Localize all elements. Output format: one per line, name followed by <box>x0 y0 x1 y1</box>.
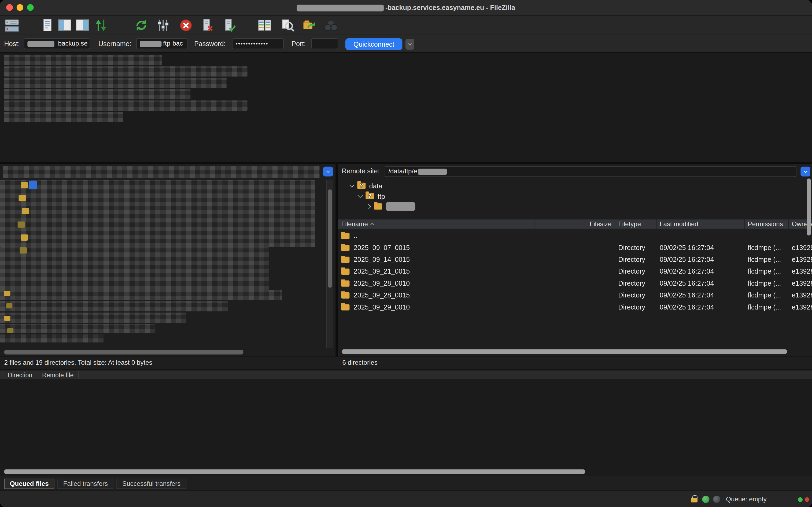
chevron-right-icon[interactable] <box>366 204 371 209</box>
file-row-parent[interactable]: .. <box>338 230 812 241</box>
queue-header: Direction Remote file <box>0 371 812 380</box>
queue-status-text: Queue: empty <box>726 496 767 503</box>
redacted-local-listing <box>0 324 155 333</box>
file-row[interactable]: 2025_09_14_0015 Directory 09/02/25 16:27… <box>338 253 812 265</box>
folder-icon <box>341 257 350 263</box>
refresh-icon[interactable] <box>134 18 149 33</box>
redacted-local-listing <box>0 334 103 342</box>
host-label: Host: <box>4 40 20 48</box>
directory-comparison-icon[interactable] <box>257 18 272 33</box>
file-row[interactable]: 2025_09_28_0015 Directory 09/02/25 16:27… <box>338 289 812 301</box>
column-header-filename[interactable]: Filename <box>338 220 535 229</box>
redacted-log-line <box>4 101 248 111</box>
remote-site-input[interactable]: /data/ftp/e <box>385 166 797 177</box>
site-manager-icon[interactable] <box>4 18 19 33</box>
filezilla-window: -backup.services.easyname.eu - FileZilla <box>0 0 812 507</box>
remote-site-label: Remote site: <box>342 167 379 175</box>
file-row[interactable]: 2025_09_07_0015 Directory 09/02/25 16:27… <box>338 242 812 253</box>
tab-failed-transfers[interactable]: Failed transfers <box>57 478 113 489</box>
folder-icon <box>341 292 350 298</box>
remote-pane: Remote site: /data/ftp/e ? data ? ftp Fi… <box>338 164 812 356</box>
local-horizontal-scrollbar[interactable] <box>4 350 243 354</box>
divider <box>0 162 812 164</box>
queue-column-direction[interactable]: Direction <box>3 371 38 380</box>
toggle-message-log-icon[interactable] <box>39 18 55 33</box>
cancel-icon[interactable] <box>178 18 194 33</box>
redacted-local-site-path <box>3 166 320 178</box>
port-input[interactable] <box>311 38 338 49</box>
folder-icon <box>19 195 26 201</box>
tree-item-ftp[interactable]: ? ftp <box>358 191 385 201</box>
tree-item-label: data <box>369 182 383 190</box>
redacted-username-prefix <box>140 41 161 47</box>
toggle-remote-tree-icon[interactable] <box>74 18 90 33</box>
redacted-local-listing <box>0 247 269 290</box>
column-header-last-modified[interactable]: Last modified <box>657 220 745 229</box>
minimize-window-button[interactable] <box>17 4 23 11</box>
zoom-window-button[interactable] <box>27 4 34 11</box>
tree-item-data[interactable]: ? data <box>350 181 382 190</box>
chevron-down-icon <box>326 169 330 173</box>
pane-status-strip: 2 files and 19 directories. Total size: … <box>0 356 812 369</box>
synchronized-browsing-icon[interactable] <box>301 18 317 33</box>
password-input[interactable]: ••••••••••••• <box>232 38 284 49</box>
close-window-button[interactable] <box>6 4 13 11</box>
remote-site-dropdown-button[interactable] <box>801 167 810 177</box>
redacted-selected-item <box>29 181 37 189</box>
redacted-path-suffix <box>418 169 447 175</box>
globe-icon[interactable] <box>713 496 720 503</box>
file-row[interactable]: 2025_09_28_0010 Directory 09/02/25 16:27… <box>338 277 812 289</box>
encryption-lock-icon[interactable] <box>691 498 698 502</box>
redacted-log-line <box>4 112 123 122</box>
quickconnect-bar: Host: -backup.se Username: ftp-bac Passw… <box>0 35 812 53</box>
tree-item-label: ftp <box>377 192 385 200</box>
remote-vertical-scrollbar[interactable] <box>807 178 811 235</box>
activity-indicator-send <box>805 497 809 502</box>
folder-icon <box>21 234 28 241</box>
window-title: -backup.services.easyname.eu - FileZilla <box>0 3 812 11</box>
chevron-down-icon <box>408 42 412 45</box>
redacted-host-prefix <box>28 41 54 47</box>
file-row[interactable]: 2025_09_29_0010 Directory 09/02/25 16:27… <box>338 301 812 313</box>
reconnect-icon[interactable] <box>221 18 237 33</box>
queue-horizontal-scrollbar[interactable] <box>4 469 585 474</box>
folder-icon <box>341 280 350 286</box>
folder-icon <box>341 268 350 274</box>
remote-horizontal-scrollbar[interactable] <box>342 349 787 354</box>
folder-icon <box>4 291 10 296</box>
chevron-down-icon[interactable] <box>357 193 363 198</box>
folder-question-icon: ? <box>357 183 365 189</box>
file-list-header: Filename Filesize Filetype Last modified… <box>338 220 812 229</box>
folder-icon <box>6 303 12 308</box>
tab-queued-files[interactable]: Queued files <box>4 478 54 489</box>
transfer-queue-pane: Direction Remote file <box>0 369 812 476</box>
quickconnect-dropdown-button[interactable] <box>405 39 414 50</box>
pane-divider[interactable] <box>336 164 338 356</box>
local-pane <box>0 164 336 356</box>
scrollbar-thumb[interactable] <box>328 189 332 288</box>
quickconnect-button[interactable]: Quickconnect <box>345 38 402 50</box>
disconnect-icon[interactable] <box>200 18 215 33</box>
column-header-permissions[interactable]: Permissions <box>745 220 789 229</box>
filter-icon[interactable] <box>155 18 171 33</box>
local-vertical-scrollbar[interactable] <box>326 180 333 348</box>
sync-status-icon[interactable] <box>702 496 709 503</box>
chevron-down-icon[interactable] <box>349 182 355 187</box>
queue-column-remote-file[interactable]: Remote file <box>38 371 79 380</box>
local-site-dropdown-button[interactable] <box>323 167 333 177</box>
column-header-filetype[interactable]: Filetype <box>615 220 656 229</box>
sort-ascending-icon <box>370 223 374 227</box>
toggle-local-tree-icon[interactable] <box>57 18 72 33</box>
statusbar: Queue: empty <box>0 491 812 507</box>
find-files-icon[interactable] <box>323 18 339 33</box>
local-status-text: 2 files and 19 directories. Total size: … <box>4 359 152 366</box>
host-input[interactable]: -backup.se <box>24 38 90 49</box>
toggle-queue-icon[interactable] <box>93 18 109 33</box>
directory-filters-icon[interactable] <box>280 18 295 33</box>
column-header-filesize[interactable]: Filesize <box>535 220 615 229</box>
file-row[interactable]: 2025_09_21_0015 Directory 09/02/25 16:27… <box>338 266 812 277</box>
tab-successful-transfers[interactable]: Successful transfers <box>117 478 186 489</box>
tree-item-selected[interactable] <box>367 202 415 211</box>
username-input[interactable]: ftp-bac <box>136 38 188 49</box>
queue-header-spacer <box>0 371 3 380</box>
